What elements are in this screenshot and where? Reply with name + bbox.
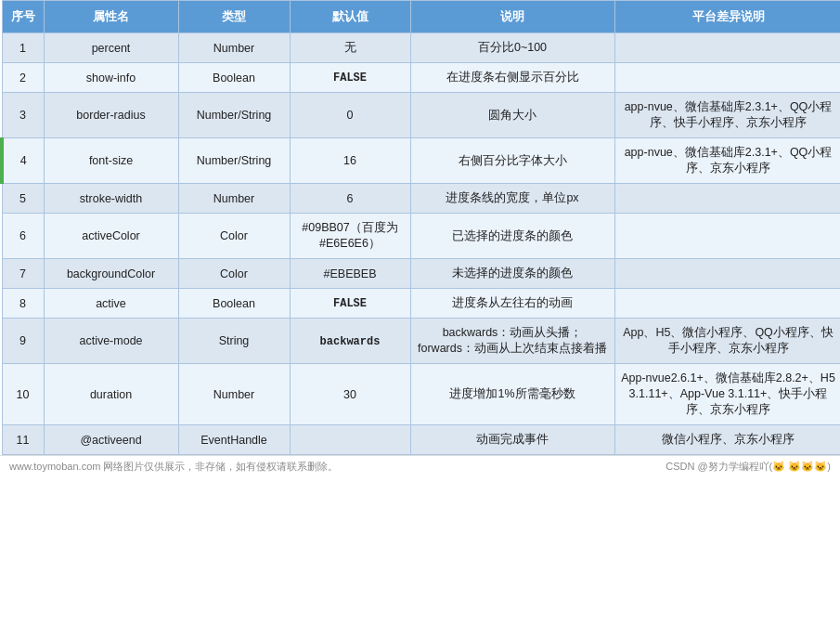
cell-default: #09BB07（百度为#E6E6E6）	[290, 214, 410, 259]
table-row: 11@activeendEventHandle动画完成事件微信小程序、京东小程序	[2, 425, 840, 455]
cell-desc: 未选择的进度条的颜色	[410, 259, 614, 289]
cell-desc: 右侧百分比字体大小	[410, 138, 614, 184]
cell-default: FALSE	[290, 63, 410, 93]
cell-type: Number/String	[178, 93, 290, 138]
table-row: 10durationNumber30进度增加1%所需毫秒数App-nvue2.6…	[2, 364, 840, 425]
cell-type: Color	[178, 259, 290, 289]
cell-desc: 已选择的进度条的颜色	[410, 214, 614, 259]
cell-platform	[614, 184, 840, 214]
cell-type: Number	[178, 184, 290, 214]
cell-desc: 圆角大小	[410, 93, 614, 138]
cell-seq: 8	[2, 289, 44, 319]
cell-desc: 进度条线的宽度，单位px	[410, 184, 614, 214]
table-row: 1percentNumber无百分比0~100	[2, 33, 840, 63]
cell-type: Boolean	[178, 63, 290, 93]
cell-platform: App-nvue2.6.1+、微信基础库2.8.2+、H5 3.1.11+、Ap…	[614, 364, 840, 425]
table-row: 3border-radiusNumber/String0圆角大小app-nvue…	[2, 93, 840, 138]
cell-platform	[614, 289, 840, 319]
cell-platform	[614, 259, 840, 289]
cell-default: 0	[290, 93, 410, 138]
cell-platform	[614, 33, 840, 63]
cell-name: show-info	[44, 63, 178, 93]
table-wrapper: 序号 属性名 类型 默认值 说明 平台差异说明 1percentNumber无百…	[0, 0, 840, 477]
table-row: 4font-sizeNumber/String16右侧百分比字体大小app-nv…	[2, 138, 840, 184]
cell-name: @activeend	[44, 425, 178, 455]
header-desc: 说明	[410, 1, 614, 33]
cell-name: stroke-width	[44, 184, 178, 214]
cell-desc: 进度条从左往右的动画	[410, 289, 614, 319]
table-row: 9active-modeStringbackwardsbackwards：动画从…	[2, 319, 840, 364]
cell-platform: app-nvue、微信基础库2.3.1+、QQ小程序、快手小程序、京东小程序	[614, 93, 840, 138]
table-row: 2show-infoBooleanFALSE在进度条右侧显示百分比	[2, 63, 840, 93]
table-row: 7backgroundColorColor#EBEBEB未选择的进度条的颜色	[2, 259, 840, 289]
cell-seq: 2	[2, 63, 44, 93]
footer-right: CSDN @努力学编程吖(🐱 🐱🐱🐱)	[666, 460, 831, 474]
cell-name: backgroundColor	[44, 259, 178, 289]
cell-default: FALSE	[290, 289, 410, 319]
cell-seq: 10	[2, 364, 44, 425]
cell-platform: 微信小程序、京东小程序	[614, 425, 840, 455]
cell-default: backwards	[290, 319, 410, 364]
cell-default: 16	[290, 138, 410, 184]
cell-type: Number/String	[178, 138, 290, 184]
header-default: 默认值	[290, 1, 410, 33]
header-platform: 平台差异说明	[614, 1, 840, 33]
cell-default: 无	[290, 33, 410, 63]
cell-desc: 百分比0~100	[410, 33, 614, 63]
cell-seq: 11	[2, 425, 44, 455]
cell-type: String	[178, 319, 290, 364]
header-type: 类型	[178, 1, 290, 33]
footer-left: www.toymoban.com 网络图片仅供展示，非存储，如有侵权请联系删除。	[9, 460, 338, 474]
cell-platform: App、H5、微信小程序、QQ小程序、快手小程序、京东小程序	[614, 319, 840, 364]
cell-type: Color	[178, 214, 290, 259]
cell-name: active	[44, 289, 178, 319]
cell-seq: 7	[2, 259, 44, 289]
cell-type: Number	[178, 364, 290, 425]
properties-table: 序号 属性名 类型 默认值 说明 平台差异说明 1percentNumber无百…	[0, 0, 840, 455]
cell-name: duration	[44, 364, 178, 425]
cell-platform	[614, 214, 840, 259]
cell-name: percent	[44, 33, 178, 63]
cell-desc: backwards：动画从头播；forwards：动画从上次结束点接着播	[410, 319, 614, 364]
table-row: 6activeColorColor#09BB07（百度为#E6E6E6）已选择的…	[2, 214, 840, 259]
cell-seq: 9	[2, 319, 44, 364]
cell-desc: 动画完成事件	[410, 425, 614, 455]
cell-name: border-radius	[44, 93, 178, 138]
cell-desc: 在进度条右侧显示百分比	[410, 63, 614, 93]
cell-name: active-mode	[44, 319, 178, 364]
table-header-row: 序号 属性名 类型 默认值 说明 平台差异说明	[2, 1, 840, 33]
cell-seq: 4	[2, 138, 44, 184]
cell-seq: 3	[2, 93, 44, 138]
table-row: 8activeBooleanFALSE进度条从左往右的动画	[2, 289, 840, 319]
cell-type: Boolean	[178, 289, 290, 319]
cell-default	[290, 425, 410, 455]
cell-type: Number	[178, 33, 290, 63]
cell-seq: 5	[2, 184, 44, 214]
cell-name: activeColor	[44, 214, 178, 259]
cell-platform: app-nvue、微信基础库2.3.1+、QQ小程序、京东小程序	[614, 138, 840, 184]
header-seq: 序号	[2, 1, 44, 33]
cell-default: #EBEBEB	[290, 259, 410, 289]
footer-bar: www.toymoban.com 网络图片仅供展示，非存储，如有侵权请联系删除。…	[0, 455, 840, 477]
cell-default: 6	[290, 184, 410, 214]
header-name: 属性名	[44, 1, 178, 33]
cell-name: font-size	[44, 138, 178, 184]
cell-desc: 进度增加1%所需毫秒数	[410, 364, 614, 425]
cell-seq: 6	[2, 214, 44, 259]
cell-seq: 1	[2, 33, 44, 63]
cell-type: EventHandle	[178, 425, 290, 455]
cell-platform	[614, 63, 840, 93]
table-row: 5stroke-widthNumber6进度条线的宽度，单位px	[2, 184, 840, 214]
cell-default: 30	[290, 364, 410, 425]
